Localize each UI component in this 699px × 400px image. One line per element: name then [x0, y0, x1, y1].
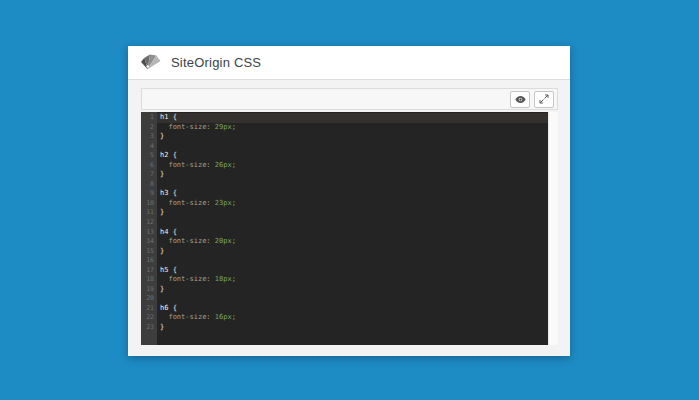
siteorigin-css-window: SiteOrigin CSS: [128, 46, 570, 356]
code-line[interactable]: 23}: [141, 323, 548, 333]
expand-editor-button[interactable]: [534, 91, 554, 108]
line-number: 12: [141, 218, 157, 228]
code-line[interactable]: 22 font-size: 16px;: [141, 313, 548, 323]
code-line[interactable]: 5h2 {: [141, 151, 548, 161]
code-line[interactable]: 15}: [141, 247, 548, 257]
window-header: SiteOrigin CSS: [128, 46, 570, 80]
window-title: SiteOrigin CSS: [171, 55, 261, 70]
line-number: 7: [141, 170, 157, 180]
line-number: 4: [141, 142, 157, 152]
line-number: 9: [141, 189, 157, 199]
code-line[interactable]: 4: [141, 142, 548, 152]
code-line[interactable]: 10 font-size: 23px;: [141, 199, 548, 209]
code-line[interactable]: 1h1 {: [141, 113, 548, 123]
code-line[interactable]: 21h6 {: [141, 304, 548, 314]
code-text: }: [157, 247, 548, 257]
code-text: }: [157, 323, 548, 333]
code-text: [157, 180, 548, 190]
editor-scrollbar[interactable]: [548, 112, 558, 345]
code-line[interactable]: 8: [141, 180, 548, 190]
line-number: 5: [141, 151, 157, 161]
line-number: 18: [141, 275, 157, 285]
eye-icon: [515, 95, 526, 104]
code-text: h5 {: [157, 266, 548, 276]
code-line[interactable]: 2 font-size: 29px;: [141, 123, 548, 133]
line-number: 15: [141, 247, 157, 257]
code-text: h4 {: [157, 228, 548, 238]
line-number: 11: [141, 208, 157, 218]
code-text: [157, 218, 548, 228]
line-number: 13: [141, 228, 157, 238]
code-text: font-size: 23px;: [157, 199, 548, 209]
code-line[interactable]: 7}: [141, 170, 548, 180]
code-text: }: [157, 132, 548, 142]
code-line[interactable]: 12: [141, 218, 548, 228]
code-line[interactable]: 20: [141, 294, 548, 304]
line-number: 23: [141, 323, 157, 333]
code-line[interactable]: 19}: [141, 285, 548, 295]
code-lines[interactable]: 1h1 {2 font-size: 29px;3}45h2 {6 font-si…: [141, 112, 548, 345]
line-number: 6: [141, 161, 157, 171]
code-text: [157, 142, 548, 152]
code-text: font-size: 26px;: [157, 161, 548, 171]
code-text: }: [157, 285, 548, 295]
line-number: 20: [141, 294, 157, 304]
line-number: 3: [141, 132, 157, 142]
code-text: h6 {: [157, 304, 548, 314]
code-line[interactable]: 17h5 {: [141, 266, 548, 276]
code-line[interactable]: 16: [141, 256, 548, 266]
code-text: font-size: 18px;: [157, 275, 548, 285]
visual-inspector-button[interactable]: [510, 91, 530, 108]
code-text: }: [157, 208, 548, 218]
code-text: h3 {: [157, 189, 548, 199]
line-number: 16: [141, 256, 157, 266]
line-number: 1: [141, 113, 157, 123]
css-code-editor[interactable]: 1h1 {2 font-size: 29px;3}45h2 {6 font-si…: [141, 112, 558, 345]
expand-icon: [539, 94, 549, 104]
code-line[interactable]: 3}: [141, 132, 548, 142]
code-text: font-size: 20px;: [157, 237, 548, 247]
line-number: 21: [141, 304, 157, 314]
code-text: }: [157, 170, 548, 180]
line-number: 10: [141, 199, 157, 209]
code-line[interactable]: 11}: [141, 208, 548, 218]
code-text: font-size: 16px;: [157, 313, 548, 323]
line-number: 22: [141, 313, 157, 323]
code-line[interactable]: 9h3 {: [141, 189, 548, 199]
siteorigin-logo-icon: [140, 53, 163, 72]
code-line[interactable]: 14 font-size: 20px;: [141, 237, 548, 247]
line-number: 19: [141, 285, 157, 295]
code-text: [157, 256, 548, 266]
line-number: 17: [141, 266, 157, 276]
code-text: h1 {: [157, 113, 548, 123]
editor-toolbar: [141, 88, 558, 110]
line-number: 2: [141, 123, 157, 133]
line-number: 8: [141, 180, 157, 190]
line-number: 14: [141, 237, 157, 247]
code-text: h2 {: [157, 151, 548, 161]
code-line[interactable]: 18 font-size: 18px;: [141, 275, 548, 285]
code-line[interactable]: 6 font-size: 26px;: [141, 161, 548, 171]
code-text: [157, 294, 548, 304]
dialog-body: 1h1 {2 font-size: 29px;3}45h2 {6 font-si…: [128, 80, 570, 345]
code-line[interactable]: 13h4 {: [141, 228, 548, 238]
code-text: font-size: 29px;: [157, 123, 548, 133]
